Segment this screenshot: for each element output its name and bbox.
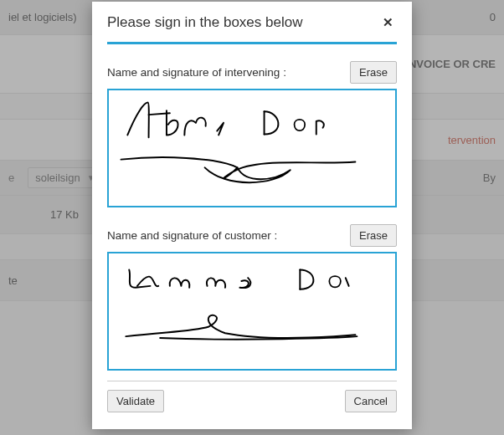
modal-title: Please sign in the boxes below <box>107 14 302 31</box>
customer-signature-drawing <box>109 253 395 369</box>
customer-label: Name and signature of customer : <box>107 229 277 242</box>
cancel-button[interactable]: Cancel <box>345 390 397 412</box>
customer-signature-pad[interactable] <box>107 252 397 371</box>
signature-modal: Please sign in the boxes below ✕ Name an… <box>92 2 412 429</box>
intervening-signature-pad[interactable] <box>107 89 397 207</box>
erase-intervening-button[interactable]: Erase <box>350 61 397 84</box>
divider <box>107 381 397 381</box>
validate-button[interactable]: Validate <box>107 390 164 412</box>
customer-row: Name and signature of customer : Erase <box>107 224 397 247</box>
intervening-row: Name and signature of intervening : Eras… <box>107 61 397 84</box>
modal-footer: Validate Cancel <box>107 390 397 412</box>
intervening-label: Name and signature of intervening : <box>107 66 286 79</box>
close-icon[interactable]: ✕ <box>379 13 397 32</box>
modal-header: Please sign in the boxes below ✕ <box>107 13 397 44</box>
erase-customer-button[interactable]: Erase <box>350 224 397 247</box>
intervening-signature-drawing <box>109 90 395 206</box>
